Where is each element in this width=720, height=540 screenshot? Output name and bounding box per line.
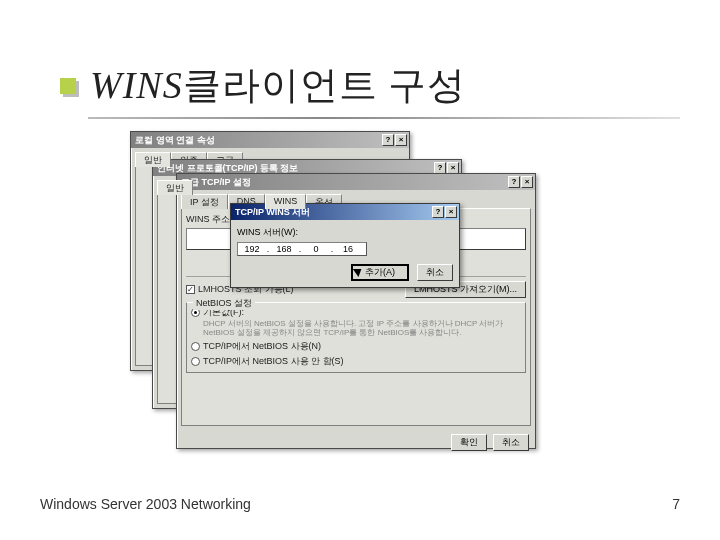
dlg1-title: 로컬 영역 연결 속성	[135, 134, 215, 147]
netbios-group: NetBIOS 설정 기본값(F): DHCP 서버의 NetBIOS 설정을 …	[186, 302, 526, 373]
dlg1-titlebar: 로컬 영역 연결 속성 ? ×	[131, 132, 409, 148]
help-btn[interactable]: ?	[508, 176, 520, 188]
dialog-stack: 로컬 영역 연결 속성 ? × 일반 인증 고급 인터넷 프로토콜(TCP/IP…	[130, 131, 560, 451]
ip-seg-3: 0	[302, 244, 330, 254]
cancel-button[interactable]: 취소	[493, 434, 529, 451]
wins-server-ip-input[interactable]: 192. 168. 0. 16	[237, 242, 367, 256]
dlg3-titlebar: 고급 TCP/IP 설정 ? ×	[177, 174, 535, 190]
radio-disable[interactable]: TCP/IP에서 NetBIOS 사용 안 함(S)	[191, 355, 521, 368]
ok-button[interactable]: 확인	[451, 434, 487, 451]
netbios-group-label: NetBIOS 설정	[193, 297, 255, 310]
title-rest: 클라이언트 구성	[183, 64, 467, 106]
close-btn[interactable]: ×	[445, 206, 457, 218]
tab-wins[interactable]: WINS	[265, 194, 307, 209]
popup-wins-server: TCP/IP WINS 서버 ? × WINS 서버(W): 192. 168.…	[230, 203, 460, 288]
help-btn[interactable]: ?	[432, 206, 444, 218]
slide-title: WINS클라이언트 구성	[90, 60, 466, 111]
title-wins: WINS	[90, 64, 183, 106]
radio-default[interactable]: 기본값(F): DHCP 서버의 NetBIOS 설정을 사용합니다. 고정 I…	[191, 306, 521, 337]
rb-disable-label: TCP/IP에서 NetBIOS 사용 안 함(S)	[203, 356, 344, 366]
slide-footer: Windows Server 2003 Networking 7	[40, 496, 680, 512]
rb-enable-label: TCP/IP에서 NetBIOS 사용(N)	[203, 341, 321, 351]
title-bullet-icon	[60, 78, 76, 94]
footer-text: Windows Server 2003 Networking	[40, 496, 251, 512]
close-btn[interactable]: ×	[521, 176, 533, 188]
cursor-icon	[355, 266, 367, 284]
help-btn[interactable]: ?	[382, 134, 394, 146]
popup-label: WINS 서버(W):	[237, 226, 453, 239]
close-btn[interactable]: ×	[395, 134, 407, 146]
page-number: 7	[672, 496, 680, 512]
rb-default-desc: DHCP 서버의 NetBIOS 설정을 사용합니다. 고정 IP 주소를 사용…	[203, 319, 521, 337]
tab-ip[interactable]: IP 설정	[181, 194, 228, 209]
popup-cancel-button[interactable]: 취소	[417, 264, 453, 281]
ip-seg-1: 192	[238, 244, 266, 254]
dlg1-tab-general[interactable]: 일반	[135, 152, 171, 167]
dlg3-footer: 확인 취소	[177, 430, 535, 455]
ip-seg-2: 168	[270, 244, 298, 254]
title-underline	[88, 117, 680, 119]
radio-enable[interactable]: TCP/IP에서 NetBIOS 사용(N)	[191, 340, 521, 353]
ip-seg-4: 16	[334, 244, 362, 254]
dlg2-tab-general[interactable]: 일반	[157, 180, 193, 195]
